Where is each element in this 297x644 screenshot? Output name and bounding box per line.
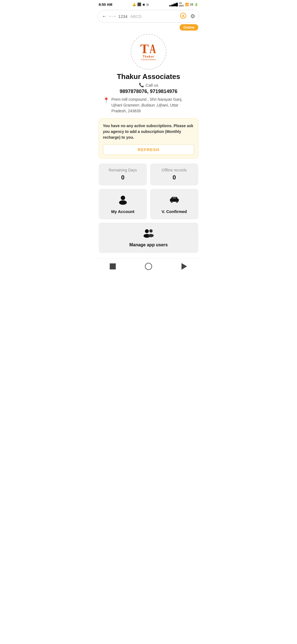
status-right: ▂▄▆█ VoWiFi 📶 16 🔋: [169, 2, 198, 7]
app-icon-2: ◎: [146, 3, 149, 6]
browser-bar: ← •→• 1234 ABCD ⚙: [98, 10, 199, 23]
phone-number[interactable]: 9897878076, 9719814976: [95, 89, 202, 94]
battery-icon: 🔋: [194, 3, 198, 6]
action-grid: My Account V. Confirmed: [99, 189, 198, 219]
browser-icons: ⚙: [180, 12, 195, 20]
download-icon[interactable]: [180, 12, 186, 20]
stats-grid: Remaining Days 0 Offline records 0: [99, 163, 198, 185]
company-name: Thakur Associates: [95, 72, 202, 81]
address-text: Prem mill compound , Shri Narayan Ganj, …: [111, 97, 194, 114]
online-badge: Online: [180, 24, 198, 31]
remaining-days-value: 0: [101, 174, 144, 181]
call-row: 📞 Call us: [95, 83, 202, 88]
v-confirmed-card[interactable]: V. Confirmed: [150, 189, 198, 219]
circle-icon: [145, 263, 152, 270]
manage-users-card[interactable]: Manage app users: [99, 223, 198, 253]
svg-point-7: [145, 229, 149, 233]
manage-users-label: Manage app users: [101, 242, 196, 247]
triangle-icon: [182, 263, 187, 270]
nav-home-button[interactable]: [144, 261, 153, 271]
svg-point-5: [176, 201, 178, 203]
svg-point-10: [148, 234, 154, 237]
offline-records-label: Offline records: [153, 168, 196, 172]
remaining-days-card: Remaining Days 0: [99, 163, 147, 185]
svg-point-4: [171, 201, 172, 203]
url-part1: 1234: [118, 14, 127, 19]
address-row: 📍 Prem mill compound , Shri Narayan Ganj…: [95, 97, 202, 114]
alarm-icon: 🔔: [132, 3, 136, 6]
settings-icon[interactable]: ⚙: [190, 13, 195, 20]
call-label[interactable]: Call us: [146, 83, 158, 88]
offline-records-card: Offline records 0: [150, 163, 198, 185]
phone-icon: 📞: [139, 83, 144, 88]
svg-rect-6: [172, 197, 176, 198]
my-account-label: My Account: [101, 209, 144, 214]
company-logo: TA Thakur Associates: [131, 34, 166, 70]
nav-dots-icon: •→•: [109, 14, 116, 18]
signal-icon: ▂▄▆█: [169, 3, 178, 6]
app-icon-1: ◉: [142, 3, 145, 6]
vo-wifi-label: VoWiFi: [179, 2, 184, 7]
square-icon: [110, 263, 116, 269]
bottom-nav: [95, 258, 202, 276]
car-icon: [153, 194, 196, 207]
users-icon: [101, 228, 196, 240]
online-badge-row: Online: [95, 24, 202, 31]
status-icons: 🔔 ⬛ ◉ ◎: [132, 2, 149, 6]
url-part2: ABCD: [130, 14, 142, 19]
refresh-button[interactable]: REFRESH: [103, 144, 194, 155]
v-confirmed-label: V. Confirmed: [153, 209, 196, 214]
logo-area: TA Thakur Associates: [95, 34, 202, 70]
subscription-message: You have no any active subscriptions. Pl…: [103, 123, 194, 140]
nav-back-button[interactable]: [179, 261, 189, 271]
logo-brand-sub: Associates: [141, 58, 156, 61]
back-arrow-icon[interactable]: ←: [102, 13, 107, 19]
subscription-banner: You have no any active subscriptions. Pl…: [99, 118, 198, 159]
wifi-icon: 📶: [185, 3, 189, 6]
account-icon: [101, 194, 144, 207]
remaining-days-label: Remaining Days: [101, 168, 144, 172]
zomato-icon: ⬛: [137, 2, 141, 6]
location-icon: 📍: [103, 97, 109, 103]
svg-point-2: [119, 200, 127, 205]
svg-point-1: [121, 196, 125, 200]
offline-records-value: 0: [153, 174, 196, 181]
browser-url: •→• 1234 ABCD: [109, 14, 177, 19]
status-bar: 8:50 AM 🔔 ⬛ ◉ ◎ ▂▄▆█ VoWiFi 📶 16 🔋: [95, 0, 202, 8]
battery-text: 16: [190, 3, 193, 6]
svg-point-9: [149, 229, 153, 233]
status-time: 8:50 AM: [99, 2, 112, 7]
nav-square-button[interactable]: [108, 261, 118, 271]
my-account-card[interactable]: My Account: [99, 189, 147, 219]
